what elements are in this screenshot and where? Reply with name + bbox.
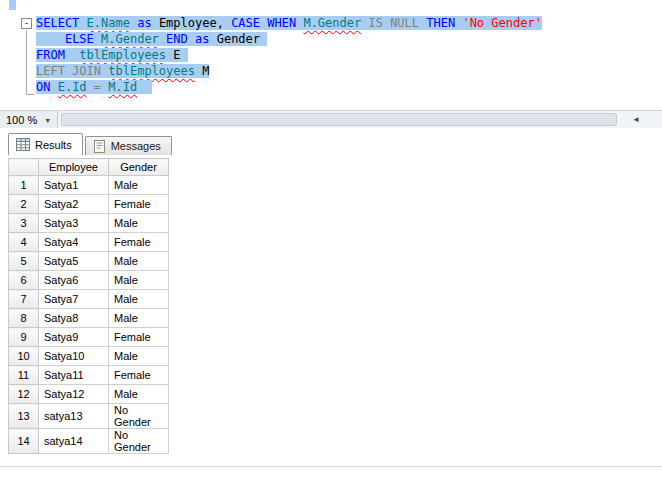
table-row: 4Satya4Female [9,233,169,252]
outline-connector-line [26,30,27,94]
table-row: 13satya13No Gender [9,404,169,429]
grid-cell[interactable]: No Gender [109,404,169,429]
results-table: EmployeeGender1Satya1Male2Satya2Female3S… [8,158,169,454]
grid-cell[interactable]: Female [109,328,169,347]
collapse-region-toggle[interactable]: - [21,18,32,29]
row-number[interactable]: 7 [9,290,39,309]
grid-cell[interactable]: Male [109,290,169,309]
grid-cell[interactable]: Satya8 [39,309,109,328]
table-row: 3Satya3Male [9,214,169,233]
grid-cell[interactable]: Male [109,176,169,195]
tab-label: Results [35,139,72,151]
row-number[interactable]: 12 [9,385,39,404]
code-line: LEFT JOIN tblEmployees M [36,63,542,79]
scrollbar-thumb[interactable] [61,113,617,126]
tab-results[interactable]: Results [8,133,83,155]
grid-cell[interactable]: Male [109,271,169,290]
tab-label: Messages [111,140,161,152]
table-row: 5Satya5Male [9,252,169,271]
zoom-value: 100 % [6,114,37,126]
table-row: 1Satya1Male [9,176,169,195]
grid-cell[interactable]: Satya10 [39,347,109,366]
grid-cell[interactable]: Satya11 [39,366,109,385]
grid-cell[interactable]: Satya9 [39,328,109,347]
row-number[interactable]: 2 [9,195,39,214]
grid-cell[interactable]: Female [109,195,169,214]
grid-cell[interactable]: Satya4 [39,233,109,252]
grid-cell[interactable]: Satya2 [39,195,109,214]
results-grid-icon [16,138,30,151]
editor-status-row: 100 % ▼ ◄ [0,110,662,128]
row-number[interactable]: 1 [9,176,39,195]
table-row: 6Satya6Male [9,271,169,290]
results-pane: EmployeeGender1Satya1Male2Satya2Female3S… [8,158,169,454]
table-row: 10Satya10Male [9,347,169,366]
grid-cell[interactable]: Male [109,214,169,233]
grid-cell[interactable]: Male [109,347,169,366]
grid-cell[interactable]: Satya5 [39,252,109,271]
messages-icon [93,140,106,153]
grid-cell[interactable]: Female [109,233,169,252]
scroll-left-arrow-icon[interactable]: ◄ [627,111,645,128]
table-row: 12Satya12Male [9,385,169,404]
code-line: FROM tblEmployees E [36,47,542,63]
results-messages-tabs: Results Messages [8,133,172,155]
corner-cell[interactable] [9,159,39,176]
code-line: SELECT E.Name as Employee, CASE WHEN M.G… [36,15,542,31]
row-number[interactable]: 11 [9,366,39,385]
outline-connector-foot [26,94,34,95]
table-row: 11Satya11Female [9,366,169,385]
zoom-dropdown[interactable]: 100 % ▼ [0,111,58,128]
grid-cell[interactable]: Satya12 [39,385,109,404]
row-number[interactable]: 14 [9,429,39,454]
row-number[interactable]: 8 [9,309,39,328]
table-row: 7Satya7Male [9,290,169,309]
grid-cell[interactable]: Satya1 [39,176,109,195]
chevron-down-icon: ▼ [44,116,51,124]
grid-cell[interactable]: satya13 [39,404,109,429]
horizontal-scrollbar[interactable]: ◄ [58,111,662,128]
grid-cell[interactable]: Male [109,309,169,328]
table-row: 14satya14No Gender [9,429,169,454]
row-number[interactable]: 5 [9,252,39,271]
table-row: 2Satya2Female [9,195,169,214]
header-row: EmployeeGender [9,159,169,176]
row-number[interactable]: 13 [9,404,39,429]
grid-cell[interactable]: No Gender [109,429,169,454]
selection-remnant [9,0,16,10]
code-line: ON E.Id = M.Id [36,79,542,95]
row-number[interactable]: 4 [9,233,39,252]
row-number[interactable]: 3 [9,214,39,233]
row-number[interactable]: 9 [9,328,39,347]
grid-cell[interactable]: Male [109,252,169,271]
grid-cell[interactable]: Male [109,385,169,404]
row-number[interactable]: 10 [9,347,39,366]
row-number[interactable]: 6 [9,271,39,290]
tab-messages[interactable]: Messages [85,136,172,155]
grid-cell[interactable]: Satya6 [39,271,109,290]
column-header-gender[interactable]: Gender [109,159,169,176]
grid-cell[interactable]: Satya7 [39,290,109,309]
column-header-employee[interactable]: Employee [39,159,109,176]
grid-cell[interactable]: Satya3 [39,214,109,233]
pane-divider [0,466,662,467]
grid-cell[interactable]: Female [109,366,169,385]
table-row: 8Satya8Male [9,309,169,328]
grid-cell[interactable]: satya14 [39,429,109,454]
sql-editor[interactable]: - SELECT E.Name as Employee, CASE WHEN M… [0,0,662,110]
code-line: ELSE M.Gender END as Gender [36,31,542,47]
sql-code: SELECT E.Name as Employee, CASE WHEN M.G… [36,15,542,95]
table-row: 9Satya9Female [9,328,169,347]
